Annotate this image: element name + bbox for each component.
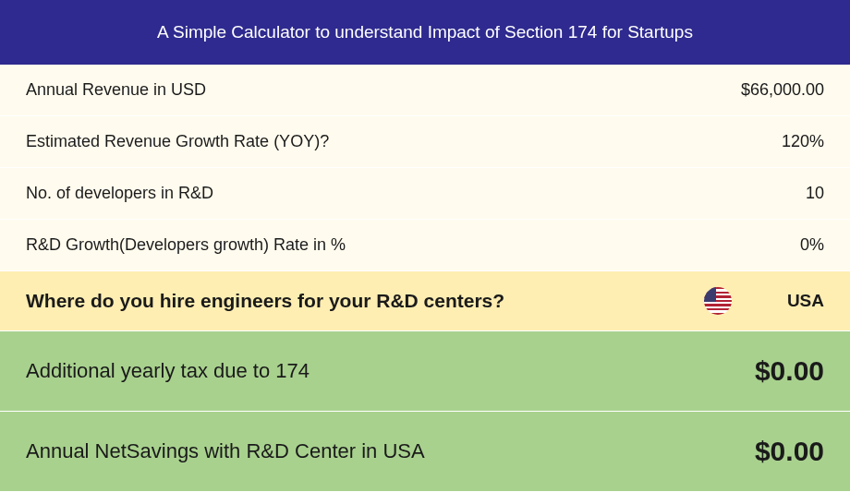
row-additional-tax: Additional yearly tax due to 174 $0.00: [0, 331, 850, 412]
row-location: Where do you hire engineers for your R&D…: [0, 271, 850, 331]
net-savings-value: $0.00: [755, 436, 824, 467]
header-title: A Simple Calculator to understand Impact…: [157, 22, 693, 42]
row-annual-revenue: Annual Revenue in USD $66,000.00: [0, 65, 850, 116]
growth-rate-label: Estimated Revenue Growth Rate (YOY)?: [26, 132, 329, 151]
developers-value[interactable]: 10: [806, 184, 824, 203]
net-savings-label: Annual NetSavings with R&D Center in USA: [26, 439, 425, 463]
location-label: Where do you hire engineers for your R&D…: [26, 290, 504, 312]
row-net-savings: Annual NetSavings with R&D Center in USA…: [0, 412, 850, 492]
usa-flag-icon: [704, 287, 732, 315]
row-developers: No. of developers in R&D 10: [0, 168, 850, 220]
developers-label: No. of developers in R&D: [26, 184, 213, 203]
rd-growth-label: R&D Growth(Developers growth) Rate in %: [26, 235, 346, 255]
annual-revenue-value[interactable]: $66,000.00: [741, 80, 824, 100]
rd-growth-value[interactable]: 0%: [800, 235, 824, 255]
growth-rate-value[interactable]: 120%: [782, 132, 824, 151]
location-value-group: USA: [704, 287, 824, 315]
additional-tax-value: $0.00: [755, 355, 824, 387]
location-value[interactable]: USA: [787, 291, 824, 311]
calculator-container: A Simple Calculator to understand Impact…: [0, 0, 850, 492]
calculator-header: A Simple Calculator to understand Impact…: [0, 0, 850, 65]
row-growth-rate: Estimated Revenue Growth Rate (YOY)? 120…: [0, 116, 850, 168]
additional-tax-label: Additional yearly tax due to 174: [26, 359, 310, 383]
annual-revenue-label: Annual Revenue in USD: [26, 80, 206, 100]
row-rd-growth: R&D Growth(Developers growth) Rate in % …: [0, 220, 850, 271]
